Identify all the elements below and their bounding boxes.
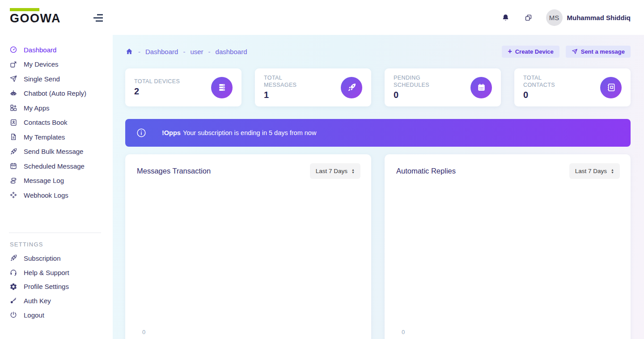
chart-header: Automatic Replies Last 7 Days ▲▼: [385, 154, 631, 179]
sidebar-item-label: Help & Support: [24, 269, 69, 276]
range-select-value: Last 7 Days: [316, 168, 347, 174]
stat-label: TOTAL MESSAGES: [264, 75, 314, 89]
plus-icon: +: [508, 48, 512, 55]
home-icon[interactable]: [125, 47, 133, 55]
sidebar-item-auth-key[interactable]: Auth Key: [0, 294, 113, 308]
hamburger-icon: [92, 13, 103, 23]
avatar[interactable]: MS: [546, 9, 563, 26]
breadcrumb-separator: -: [138, 48, 140, 55]
brand-accent-bar: [10, 8, 39, 11]
alert-message: !OppsYour subscription is ending in 5 da…: [162, 129, 316, 136]
top-bar: GOOWA MS: [0, 0, 644, 35]
stat-card-total-contacts: TOTAL CONTACTS 0: [514, 68, 631, 106]
breadcrumb-item-dashboard-page[interactable]: dashboard: [216, 48, 247, 55]
brand-logo[interactable]: GOOWA: [10, 8, 61, 25]
sidebar-item-label: Dashboard: [24, 46, 56, 54]
settings-section-header: SETTINGS: [10, 241, 113, 248]
log-icon: [9, 177, 17, 185]
range-select[interactable]: Last 7 Days ▲▼: [569, 163, 620, 179]
sidebar-item-message-log[interactable]: Message Log: [0, 174, 113, 188]
sidebar-item-profile-settings[interactable]: Profile Settings: [0, 280, 113, 294]
toolbar-actions: + Create Device Sent a message: [502, 46, 631, 58]
sidebar-item-label: Logout: [24, 311, 44, 319]
notifications-bell-icon[interactable]: [501, 13, 510, 22]
settings-nav: Subscription Help & Support: [0, 251, 113, 322]
gear-icon: [9, 283, 17, 291]
charts-row: Messages Transaction Last 7 Days ▲▼ 0 Au…: [125, 154, 631, 339]
sidebar-item-label: Chatbot (Auto Reply): [24, 89, 86, 97]
select-arrows-icon: ▲▼: [611, 169, 614, 174]
apps-icon: [9, 104, 17, 112]
user-name[interactable]: Muhammad Shiddiq: [567, 14, 631, 21]
contacts-book-icon: [600, 77, 622, 98]
sidebar-item-scheduled-message[interactable]: Scheduled Message: [0, 159, 113, 174]
sidebar-item-logout[interactable]: Logout: [0, 308, 113, 322]
server-icon: [211, 77, 233, 98]
contacts-book-icon: [9, 119, 17, 127]
sidebar-item-send-bulk[interactable]: Send Bulk Message: [0, 144, 113, 159]
automatic-replies-chart-card: Automatic Replies Last 7 Days ▲▼ 0: [385, 154, 631, 339]
sidebar-item-contacts-book[interactable]: Contacts Book: [0, 115, 113, 130]
stat-label: PENDING SCHEDULES: [394, 75, 444, 89]
sidebar-item-label: My Devices: [24, 60, 59, 68]
sidebar-item-label: My Templates: [24, 133, 65, 141]
sidebar-item-label: Single Send: [24, 75, 60, 83]
select-arrows-icon: ▲▼: [352, 169, 355, 174]
y-axis-zero-label: 0: [142, 329, 145, 335]
chart-header: Messages Transaction Last 7 Days ▲▼: [125, 154, 371, 179]
stat-card-pending-schedules: PENDING SCHEDULES 0: [385, 68, 501, 106]
sent-message-label: Sent a message: [581, 48, 625, 55]
alert-highlight: !Opps: [162, 129, 181, 136]
webhook-icon: [9, 191, 17, 199]
breadcrumb: - Dashboard - user - dashboard: [125, 47, 247, 55]
sidebar-item-subscription[interactable]: Subscription: [0, 251, 113, 266]
create-device-label: Create Device: [515, 48, 554, 55]
sidebar-divider: [9, 233, 101, 233]
sidebar-item-chatbot[interactable]: Chatbot (Auto Reply): [0, 86, 113, 101]
robot-icon: [9, 89, 17, 97]
stat-value: 2: [134, 86, 180, 97]
sidebar-item-label: Send Bulk Message: [24, 148, 83, 155]
sidebar-item-label: Message Log: [24, 177, 64, 184]
sidebar-item-dashboard[interactable]: Dashboard: [0, 42, 113, 57]
rocket-icon: [341, 77, 362, 98]
info-icon: [136, 127, 147, 138]
chart-title: Messages Transaction: [137, 167, 211, 175]
sidebar-item-label: Auth Key: [24, 297, 51, 305]
copy-icon[interactable]: [524, 13, 533, 22]
gauge-icon: [9, 46, 17, 54]
stat-value: 1: [264, 90, 314, 100]
sidebar-item-webhook-logs[interactable]: Webhook Logs: [0, 188, 113, 203]
sidebar-item-my-apps[interactable]: My Apps: [0, 101, 113, 115]
sidebar-item-label: My Apps: [24, 104, 50, 112]
sidebar-item-help-support[interactable]: Help & Support: [0, 265, 113, 280]
breadcrumb-separator: -: [208, 48, 211, 55]
breadcrumb-item-dashboard[interactable]: Dashboard: [145, 48, 178, 55]
headset-icon: [9, 268, 17, 276]
paper-plane-icon: [572, 48, 578, 55]
brand-name: GOOWA: [10, 12, 61, 25]
stat-label: TOTAL CONTACTS: [523, 75, 573, 89]
y-axis-zero-label: 0: [402, 329, 405, 335]
sent-message-button[interactable]: Sent a message: [566, 46, 631, 58]
stat-label: TOTAL DEVICES: [134, 78, 180, 85]
range-select[interactable]: Last 7 Days ▲▼: [310, 163, 360, 179]
messages-transaction-chart-card: Messages Transaction Last 7 Days ▲▼ 0: [125, 154, 371, 339]
paper-plane-icon: [9, 75, 17, 83]
key-icon: [9, 297, 17, 305]
power-icon: [9, 311, 17, 319]
create-device-button[interactable]: + Create Device: [502, 46, 559, 58]
toolbar-row: - Dashboard - user - dashboard + Create …: [125, 45, 631, 58]
sidebar-item-label: Webhook Logs: [24, 191, 68, 199]
breadcrumb-item-user[interactable]: user: [190, 48, 203, 55]
sidebar-item-single-send[interactable]: Single Send: [0, 72, 113, 86]
sidebar: Dashboard My Devices Single Send: [0, 35, 113, 339]
stat-card-total-messages: TOTAL MESSAGES 1: [255, 68, 371, 106]
stats-row: TOTAL DEVICES 2: [125, 68, 631, 106]
sidebar-toggle-button[interactable]: [92, 13, 103, 23]
alert-body: Your subscription is ending in 5 days fr…: [183, 129, 317, 136]
top-bar-right: MS Muhammad Shiddiq: [501, 0, 631, 35]
sidebar-item-my-templates[interactable]: My Templates: [0, 130, 113, 144]
sidebar-item-my-devices[interactable]: My Devices: [0, 57, 113, 72]
sidebar-item-label: Subscription: [24, 254, 61, 262]
